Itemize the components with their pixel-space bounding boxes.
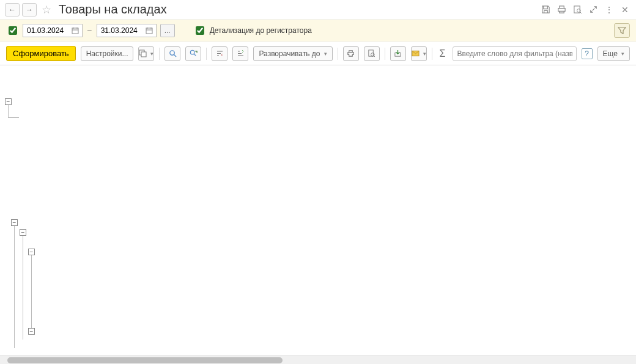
svg-line-16 bbox=[194, 54, 196, 56]
nav-back-button[interactable]: ← bbox=[5, 3, 20, 16]
more-label: Еще bbox=[603, 49, 618, 58]
separator bbox=[338, 48, 338, 60]
preview-icon[interactable] bbox=[571, 4, 583, 16]
separator bbox=[385, 48, 385, 60]
expand-to-label: Разворачивать до bbox=[259, 49, 320, 58]
svg-line-14 bbox=[174, 54, 176, 57]
svg-rect-3 bbox=[72, 28, 78, 34]
help-button[interactable]: ? bbox=[582, 48, 593, 59]
date-from-input[interactable] bbox=[26, 26, 68, 35]
outline-toggle[interactable]: − bbox=[28, 328, 35, 335]
scrollbar-thumb[interactable] bbox=[7, 357, 283, 363]
save-icon[interactable] bbox=[539, 4, 552, 16]
page-title: Товары на складах bbox=[59, 2, 537, 16]
quick-filter-input[interactable] bbox=[453, 46, 576, 61]
date-to-input[interactable] bbox=[100, 26, 142, 35]
period-picker-button[interactable]: ... bbox=[160, 24, 175, 37]
link-icon[interactable] bbox=[587, 4, 599, 16]
svg-rect-12 bbox=[141, 52, 146, 57]
svg-line-25 bbox=[374, 56, 375, 57]
variants-button[interactable] bbox=[138, 46, 154, 61]
settings-button[interactable]: Настройки... bbox=[81, 46, 134, 61]
close-icon[interactable]: ✕ bbox=[619, 4, 631, 16]
print-preview-button[interactable] bbox=[364, 46, 380, 61]
separator bbox=[206, 48, 207, 60]
date-range-dash: – bbox=[87, 26, 92, 35]
more-menu-icon[interactable]: ⋮ bbox=[603, 4, 615, 16]
calendar-icon[interactable] bbox=[71, 26, 80, 35]
nav-forward-button[interactable]: → bbox=[22, 3, 37, 16]
calendar-icon[interactable] bbox=[145, 26, 153, 35]
find-next-button[interactable] bbox=[185, 46, 201, 61]
separator bbox=[432, 48, 432, 60]
print-icon[interactable] bbox=[555, 4, 568, 16]
sum-sigma-label[interactable]: Σ bbox=[437, 48, 448, 59]
expand-to-level-button[interactable]: Разворачивать до bbox=[253, 46, 332, 61]
detail-label: Детализация до регистратора bbox=[210, 26, 312, 35]
run-report-button[interactable]: Сформировать bbox=[6, 46, 76, 61]
period-enabled-checkbox[interactable] bbox=[9, 26, 17, 35]
print-button[interactable] bbox=[343, 46, 359, 61]
outline-toggle[interactable]: − bbox=[11, 219, 18, 226]
outline-toggle[interactable]: − bbox=[20, 229, 26, 236]
date-to-field[interactable] bbox=[97, 24, 157, 37]
expand-groups-button[interactable] bbox=[232, 46, 248, 61]
detail-checkbox[interactable] bbox=[196, 26, 204, 35]
find-button[interactable] bbox=[165, 46, 180, 61]
filter-funnel-button[interactable] bbox=[614, 23, 630, 38]
collapse-groups-button[interactable] bbox=[212, 46, 227, 61]
save-report-button[interactable] bbox=[390, 46, 406, 61]
outline-toggle[interactable]: − bbox=[5, 98, 12, 105]
more-actions-button[interactable]: Еще bbox=[597, 46, 630, 61]
date-from-field[interactable] bbox=[23, 24, 83, 37]
svg-rect-0 bbox=[574, 6, 579, 13]
favorite-star-icon[interactable]: ☆ bbox=[40, 4, 53, 16]
svg-rect-7 bbox=[146, 28, 152, 34]
horizontal-scrollbar[interactable] bbox=[0, 355, 636, 364]
separator bbox=[159, 48, 160, 60]
outline-toggle[interactable]: − bbox=[28, 249, 35, 255]
svg-point-13 bbox=[170, 51, 174, 55]
send-email-button[interactable] bbox=[411, 46, 427, 61]
svg-point-15 bbox=[190, 50, 194, 54]
